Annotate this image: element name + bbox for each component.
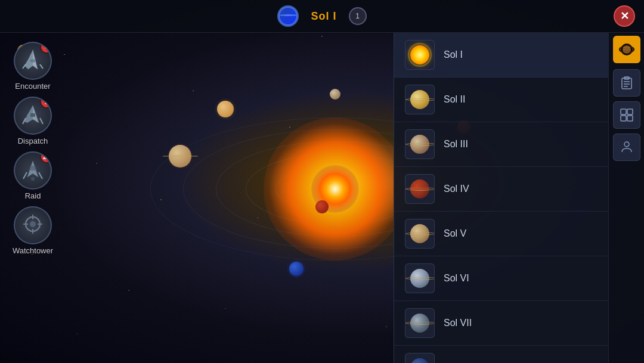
sol4-icon-box: [405, 174, 435, 204]
raid-label: Raid: [25, 191, 41, 200]
sol8-icon-box: [405, 353, 435, 363]
action-bar: [608, 33, 644, 363]
sol7-icon-box: [405, 308, 435, 338]
svg-rect-37: [621, 109, 626, 114]
planet-list-item-sol8[interactable]: Sol VIII: [394, 346, 608, 363]
action-person-button[interactable]: [613, 134, 640, 161]
planet-venus: [217, 101, 234, 117]
person-icon: [620, 140, 634, 154]
planet-list-item-sol7[interactable]: Sol VII: [394, 301, 608, 346]
sol5-planet-icon: [410, 224, 429, 243]
clipboard-icon: [620, 76, 634, 90]
planet-list-item-sol2[interactable]: Sol II: [394, 77, 608, 122]
raid-icon-bg: 24: [14, 151, 52, 190]
sol3-planet-icon: [410, 135, 429, 154]
sol1-label: Sol I: [444, 49, 463, 60]
sol2-icon-box: [405, 85, 435, 114]
dispatch-label: Dispatch: [18, 136, 48, 145]
sol3-icon-box: [405, 129, 435, 159]
svg-rect-16: [30, 113, 35, 117]
sol5-icon-box: [405, 219, 435, 249]
planet-list-item-sol6[interactable]: Sol VI: [394, 256, 608, 301]
sol8-planet-icon: [410, 358, 429, 363]
map-grid-icon: [620, 108, 634, 122]
sol2-planet-icon: [410, 90, 429, 109]
dispatch-icon-bg: 5: [14, 97, 52, 135]
sol6-label: Sol VI: [444, 273, 469, 284]
svg-line-19: [39, 172, 42, 179]
planet-list-panel: Sol I Sol II Sol III Sol IV Sol V Sol VI: [394, 33, 608, 363]
action-planet-button[interactable]: [613, 36, 640, 63]
planet-list-item-sol1[interactable]: Sol I: [394, 33, 608, 77]
sidebar-item-watchtower[interactable]: Watchtower: [13, 206, 53, 255]
svg-line-15: [40, 118, 43, 124]
nav-number[interactable]: 1: [349, 7, 367, 25]
svg-point-9: [30, 59, 36, 63]
planet-nav-icon[interactable]: [277, 5, 299, 27]
encounter-badge: 4: [40, 42, 52, 54]
sol6-planet-icon: [410, 269, 429, 288]
svg-line-18: [23, 172, 27, 179]
svg-marker-20: [29, 166, 36, 170]
planet-icon: [278, 7, 298, 26]
planet-saturn: [169, 145, 191, 167]
sidebar-item-encounter[interactable]: 4 Encounter: [14, 42, 52, 91]
close-button[interactable]: ✕: [614, 5, 635, 27]
svg-line-10: [23, 64, 26, 69]
action-map-button[interactable]: [613, 101, 640, 129]
watchtower-icon-bg: [14, 206, 52, 244]
svg-rect-39: [621, 116, 626, 121]
sol7-planet-icon: [410, 314, 429, 333]
action-clipboard-button[interactable]: [613, 69, 640, 97]
sol6-icon-box: [405, 263, 435, 293]
svg-point-21: [31, 177, 35, 181]
encounter-label: Encounter: [15, 82, 50, 91]
planet-mercury: [330, 89, 340, 100]
sol3-label: Sol III: [444, 139, 468, 150]
sol4-label: Sol IV: [444, 184, 469, 194]
raid-badge: 24: [40, 151, 52, 163]
sol5-label: Sol V: [444, 228, 466, 239]
svg-rect-40: [627, 116, 633, 121]
planet-list-item-sol5[interactable]: Sol V: [394, 212, 608, 256]
svg-point-23: [30, 221, 36, 227]
planet-red-inner: [315, 200, 329, 213]
sol4-planet-icon: [410, 179, 429, 198]
planet-list-item-sol3[interactable]: Sol III: [394, 122, 608, 167]
sol1-sun-icon: [410, 45, 429, 64]
sol1-icon-box: [405, 40, 435, 70]
planet-list-item-sol4[interactable]: Sol IV: [394, 167, 608, 212]
watchtower-icon: [20, 212, 46, 238]
sol2-label: Sol II: [444, 94, 465, 105]
svg-point-41: [624, 142, 629, 147]
action-planet-icon: [619, 42, 634, 57]
svg-rect-38: [627, 109, 633, 114]
sol7-label: Sol VII: [444, 318, 472, 328]
system-title: Sol I: [311, 10, 336, 23]
left-sidebar: 4 Encounter 5 Dispatch: [0, 33, 66, 363]
watchtower-label: Watchtower: [13, 246, 53, 255]
sidebar-item-dispatch[interactable]: 5 Dispatch: [14, 97, 52, 145]
svg-line-11: [40, 64, 43, 69]
dispatch-badge: 5: [40, 97, 52, 108]
planet-blue: [289, 262, 304, 276]
sidebar-item-raid[interactable]: 24 Raid: [14, 151, 52, 200]
encounter-icon-bg: 4: [14, 42, 52, 80]
top-bar: Sol I 1 ✕: [0, 0, 644, 33]
